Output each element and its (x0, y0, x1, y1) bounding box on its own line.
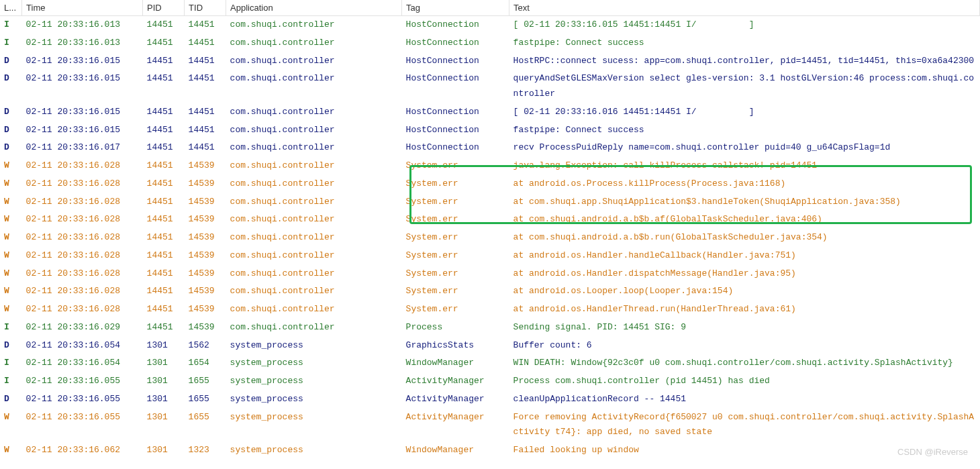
cell-tag: HostConnection (402, 139, 509, 157)
table-row[interactable]: W02-11 20:33:16.0281445114539com.shuqi.c… (0, 193, 980, 211)
cell-text: cleanUpApplicationRecord -- 14451 (509, 390, 980, 409)
cell-time: 02-11 20:33:16.028 (22, 229, 143, 247)
table-row[interactable]: D02-11 20:33:16.0151445114451com.shuqi.c… (0, 121, 980, 140)
col-header-text[interactable]: Text (509, 0, 980, 16)
table-row[interactable]: W02-11 20:33:16.0281445114539com.shuqi.c… (0, 175, 980, 193)
table-row[interactable]: D02-11 20:33:16.0151445114451com.shuqi.c… (0, 103, 980, 121)
log-table[interactable]: L... Time PID TID Application Tag Text I… (0, 0, 980, 460)
cell-tag: System.err (402, 193, 509, 211)
table-row[interactable]: W02-11 20:33:16.0281445114539com.shuqi.c… (0, 247, 980, 265)
col-header-time[interactable]: Time (22, 0, 143, 16)
cell-text: at android.os.Process.killProcess(Proces… (509, 175, 980, 193)
cell-text: Sending signal. PID: 14451 SIG: 9 (509, 319, 980, 337)
cell-time: 02-11 20:33:16.013 (22, 34, 143, 52)
col-header-tag[interactable]: Tag (402, 0, 509, 16)
cell-level: W (0, 301, 22, 319)
cell-tag: System.err (402, 229, 509, 247)
col-header-pid[interactable]: PID (143, 0, 185, 16)
cell-application: com.shuqi.controller (226, 211, 402, 229)
cell-time: 02-11 20:33:16.015 (22, 103, 143, 121)
table-row[interactable]: D02-11 20:33:16.0171445114451com.shuqi.c… (0, 139, 980, 157)
cell-tag: GraphicsStats (402, 337, 509, 355)
table-row[interactable]: W02-11 20:33:16.06213011323system_proces… (0, 441, 980, 460)
cell-level: D (0, 103, 22, 121)
cell-text: java.lang.Exception: call killProcess ca… (509, 157, 980, 175)
cell-tag: ActivityManager (402, 390, 509, 409)
cell-level: W (0, 157, 22, 175)
cell-tid: 1655 (185, 390, 226, 409)
cell-level: D (0, 390, 22, 409)
table-row[interactable]: W02-11 20:33:16.0281445114539com.shuqi.c… (0, 282, 980, 301)
cell-pid: 14451 (143, 193, 185, 211)
table-header-row: L... Time PID TID Application Tag Text (0, 0, 980, 16)
cell-tid: 14451 (185, 139, 226, 157)
cell-time: 02-11 20:33:16.028 (22, 175, 143, 193)
cell-text: HostRPC::connect sucess: app=com.shuqi.c… (509, 52, 980, 70)
table-row[interactable]: W02-11 20:33:16.05513011655system_proces… (0, 409, 980, 442)
cell-level: W (0, 211, 22, 229)
cell-tag: HostConnection (402, 16, 509, 34)
cell-application: com.shuqi.controller (226, 319, 402, 337)
cell-tid: 14539 (185, 175, 226, 193)
table-row[interactable]: I02-11 20:33:16.05413011654system_proces… (0, 354, 980, 372)
cell-tag: System.err (402, 247, 509, 265)
cell-text: at com.shuqi.app.ShuqiApplication$3.hand… (509, 193, 980, 211)
cell-tid: 14451 (185, 16, 226, 34)
col-header-level[interactable]: L... (0, 0, 22, 16)
table-row[interactable]: I02-11 20:33:16.0291445114539com.shuqi.c… (0, 319, 980, 337)
cell-tag: WindowManager (402, 441, 509, 460)
table-row[interactable]: W02-11 20:33:16.0281445114539com.shuqi.c… (0, 211, 980, 229)
table-row[interactable]: D02-11 20:33:16.0151445114451com.shuqi.c… (0, 70, 980, 103)
table-row[interactable]: D02-11 20:33:16.0151445114451com.shuqi.c… (0, 52, 980, 70)
cell-tid: 1655 (185, 372, 226, 390)
cell-application: com.shuqi.controller (226, 175, 402, 193)
cell-level: I (0, 16, 22, 34)
cell-tag: System.err (402, 301, 509, 319)
table-row[interactable]: I02-11 20:33:16.0131445114451com.shuqi.c… (0, 16, 980, 34)
cell-tag: ActivityManager (402, 372, 509, 390)
cell-time: 02-11 20:33:16.062 (22, 441, 143, 460)
cell-application: com.shuqi.controller (226, 157, 402, 175)
cell-pid: 14451 (143, 175, 185, 193)
table-row[interactable]: W02-11 20:33:16.0281445114539com.shuqi.c… (0, 301, 980, 319)
cell-text: at com.shuqi.android.a.b$b.run(GlobalTas… (509, 229, 980, 247)
cell-time: 02-11 20:33:16.028 (22, 211, 143, 229)
cell-time: 02-11 20:33:16.015 (22, 121, 143, 140)
cell-tag: HostConnection (402, 103, 509, 121)
cell-pid: 1301 (143, 390, 185, 409)
cell-tid: 14539 (185, 282, 226, 301)
cell-pid: 14451 (143, 16, 185, 34)
table-row[interactable]: D02-11 20:33:16.05413011562system_proces… (0, 337, 980, 355)
table-row[interactable]: W02-11 20:33:16.0281445114539com.shuqi.c… (0, 265, 980, 283)
cell-text: [ 02-11 20:33:16.015 14451:14451 I/ ] (509, 16, 980, 34)
cell-pid: 14451 (143, 247, 185, 265)
cell-time: 02-11 20:33:16.029 (22, 319, 143, 337)
table-row[interactable]: W02-11 20:33:16.0281445114539com.shuqi.c… (0, 157, 980, 175)
table-row[interactable]: D02-11 20:33:16.05513011655system_proces… (0, 390, 980, 409)
cell-text: Process com.shuqi.controller (pid 14451)… (509, 372, 980, 390)
cell-application: com.shuqi.controller (226, 301, 402, 319)
table-row[interactable]: I02-11 20:33:16.05513011655system_proces… (0, 372, 980, 390)
cell-application: com.shuqi.controller (226, 70, 402, 103)
cell-pid: 14451 (143, 139, 185, 157)
cell-level: D (0, 337, 22, 355)
cell-pid: 14451 (143, 301, 185, 319)
cell-tag: System.err (402, 211, 509, 229)
table-row[interactable]: I02-11 20:33:16.0131445114451com.shuqi.c… (0, 34, 980, 52)
cell-tid: 14539 (185, 265, 226, 283)
cell-level: I (0, 372, 22, 390)
cell-tag: System.err (402, 282, 509, 301)
cell-application: com.shuqi.controller (226, 52, 402, 70)
cell-time: 02-11 20:33:16.054 (22, 337, 143, 355)
cell-level: W (0, 282, 22, 301)
cell-level: D (0, 139, 22, 157)
cell-pid: 14451 (143, 52, 185, 70)
col-header-tid[interactable]: TID (185, 0, 226, 16)
cell-application: com.shuqi.controller (226, 16, 402, 34)
table-row[interactable]: W02-11 20:33:16.0281445114539com.shuqi.c… (0, 229, 980, 247)
cell-level: I (0, 34, 22, 52)
cell-text: fastpipe: Connect success (509, 121, 980, 140)
cell-pid: 14451 (143, 157, 185, 175)
cell-application: system_process (226, 337, 402, 355)
col-header-application[interactable]: Application (226, 0, 402, 16)
